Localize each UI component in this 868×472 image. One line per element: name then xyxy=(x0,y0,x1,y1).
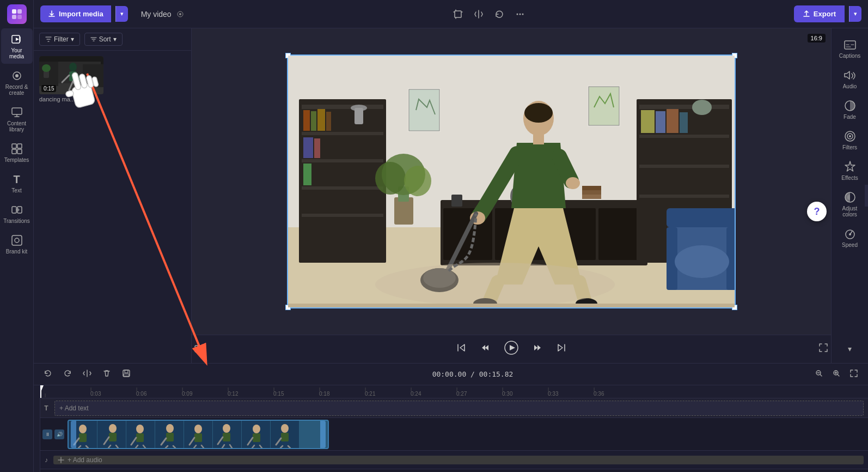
fullscreen-button[interactable] xyxy=(816,340,831,358)
video-audio-button[interactable]: 🔊 xyxy=(54,429,64,439)
save-button[interactable] xyxy=(119,367,134,382)
svg-rect-25 xyxy=(83,64,103,87)
svg-point-87 xyxy=(375,263,615,306)
right-panel-captions[interactable]: Captions xyxy=(833,34,867,63)
svg-rect-17 xyxy=(455,11,461,17)
svg-point-19 xyxy=(519,13,521,15)
help-button[interactable]: ? xyxy=(807,202,827,221)
delete-button[interactable] xyxy=(99,367,114,382)
svg-point-73 xyxy=(692,100,712,115)
svg-point-128 xyxy=(253,425,260,433)
clip-handle-left[interactable] xyxy=(71,421,76,448)
clip-handle-right[interactable] xyxy=(320,421,326,448)
right-panel-fade[interactable]: Fade xyxy=(833,95,867,124)
frame-thumb-6 xyxy=(213,421,241,448)
flip-button[interactable] xyxy=(470,6,487,22)
rotate-button[interactable] xyxy=(491,6,508,22)
right-panel-filters[interactable]: Filters xyxy=(833,125,867,155)
duration-badge: 0:15 xyxy=(41,85,56,92)
import-media-dropdown[interactable]: ▾ xyxy=(115,6,128,22)
svg-point-20 xyxy=(522,13,524,15)
svg-rect-120 xyxy=(166,433,174,441)
svg-point-18 xyxy=(517,13,518,15)
video-clip[interactable] xyxy=(68,420,329,449)
svg-rect-38 xyxy=(302,214,383,217)
panel-collapse-button[interactable]: ‹ xyxy=(865,185,868,207)
svg-point-113 xyxy=(109,424,117,433)
timeline-toolbar: 00:00.00 / 00:15.82 xyxy=(34,364,868,385)
video-pause-button[interactable]: ⏸ xyxy=(42,429,52,439)
preview-toolbar xyxy=(450,6,528,22)
media-item-dancing-man[interactable]: 0:15 dancing ma... xyxy=(39,56,103,102)
zoom-in-button[interactable] xyxy=(829,367,844,382)
project-name: My video xyxy=(141,10,185,19)
play-button[interactable] xyxy=(502,338,521,361)
add-text-button[interactable]: + Add text xyxy=(54,401,864,416)
text-icon: T xyxy=(10,173,23,186)
fast-forward-button[interactable] xyxy=(530,340,545,358)
sidebar-item-content-library[interactable]: Contentlibrary xyxy=(1,101,33,137)
fit-to-window-button[interactable] xyxy=(846,367,861,382)
right-panel-adjust-colors[interactable]: Adjust colors xyxy=(833,186,867,222)
sidebar-item-text[interactable]: T Text xyxy=(1,168,33,198)
rewind-button[interactable] xyxy=(478,340,493,358)
frame-thumb-8 xyxy=(271,421,299,448)
filter-button[interactable]: Filter ▾ xyxy=(39,33,80,46)
crop-button[interactable] xyxy=(450,6,466,22)
preview-container: 16:9 xyxy=(192,28,831,335)
sidebar-item-your-media[interactable]: Your media xyxy=(1,28,33,64)
sidebar-item-templates[interactable]: Templates xyxy=(1,138,33,167)
svg-rect-89 xyxy=(667,208,735,227)
svg-rect-37 xyxy=(302,186,383,190)
import-media-button[interactable]: Import media xyxy=(40,5,111,22)
media-thumbnail: 0:15 xyxy=(39,56,103,94)
sidebar-item-brand-kit[interactable]: Brand kit xyxy=(1,229,33,259)
svg-point-116 xyxy=(136,425,144,433)
right-panel: Captions Audio Fade Filters xyxy=(831,28,868,363)
svg-rect-34 xyxy=(302,105,383,109)
sort-label: Sort xyxy=(99,35,111,43)
record-icon xyxy=(10,69,23,82)
video-preview[interactable] xyxy=(287,55,736,308)
svg-point-103 xyxy=(849,233,851,235)
redo-button[interactable] xyxy=(60,367,75,382)
video-frames xyxy=(69,421,299,448)
sort-button[interactable]: Sort ▾ xyxy=(84,33,123,46)
right-panel-effects[interactable]: Effects xyxy=(833,156,867,185)
svg-rect-94 xyxy=(195,346,204,352)
svg-rect-66 xyxy=(639,135,729,138)
sidebar-item-record[interactable]: Record &create xyxy=(1,65,33,100)
content-library-icon xyxy=(10,106,23,119)
timeline-area: 00:00.00 / 00:15.82 xyxy=(34,363,868,472)
top-bar: Import media ▾ My video Expo xyxy=(34,0,868,28)
frame-thumb-3 xyxy=(126,421,155,448)
export-button[interactable]: Export xyxy=(794,5,845,22)
captions-toggle-button[interactable] xyxy=(192,341,207,358)
filters-label: Filters xyxy=(842,144,857,150)
svg-point-92 xyxy=(675,245,729,278)
svg-point-82 xyxy=(566,177,580,189)
text-track-label: T xyxy=(42,404,50,412)
svg-point-100 xyxy=(849,135,851,137)
undo-button[interactable] xyxy=(40,367,56,382)
skip-forward-button[interactable] xyxy=(554,340,569,358)
captions-label: Captions xyxy=(839,53,860,59)
svg-point-15 xyxy=(15,238,19,243)
more-options-button[interactable] xyxy=(512,6,528,22)
add-audio-button[interactable]: + Add audio xyxy=(53,456,864,464)
split-button[interactable] xyxy=(80,367,95,382)
right-panel-speed[interactable]: Speed xyxy=(833,223,867,252)
video-frame xyxy=(288,56,735,307)
export-btn-label: Export xyxy=(814,10,836,18)
sidebar-item-transitions[interactable]: Transitions xyxy=(1,199,33,228)
svg-rect-2 xyxy=(12,15,16,19)
zoom-out-button[interactable] xyxy=(811,367,827,382)
right-panel-collapse[interactable]: ▾ xyxy=(833,340,867,358)
svg-rect-13 xyxy=(17,207,22,213)
audio-track-label: ♪ xyxy=(42,456,50,464)
svg-rect-63 xyxy=(582,186,601,190)
export-dropdown[interactable]: ▾ xyxy=(849,6,861,22)
right-panel-audio[interactable]: Audio xyxy=(833,64,867,94)
skip-back-button[interactable] xyxy=(454,340,469,358)
audio-label: Audio xyxy=(843,83,857,89)
